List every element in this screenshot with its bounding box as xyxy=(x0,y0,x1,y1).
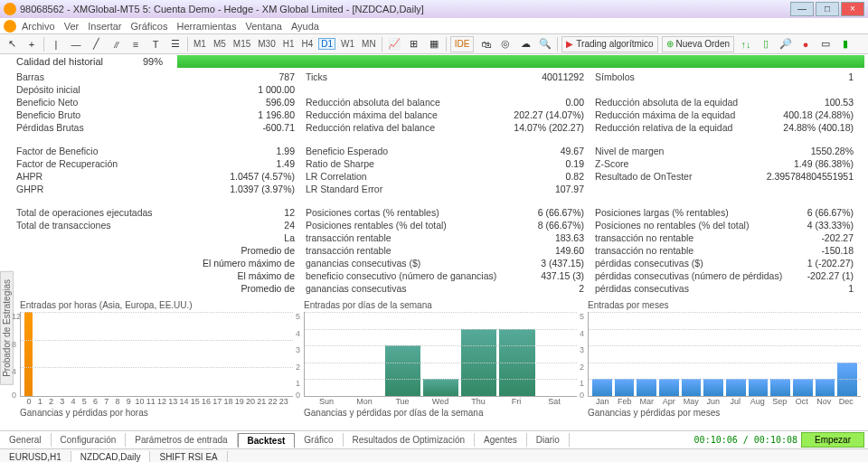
tester-icon[interactable]: ▮ xyxy=(837,36,854,52)
fib-icon[interactable]: ≡ xyxy=(127,36,144,52)
vline-icon[interactable]: | xyxy=(48,36,64,52)
tab-optimizacion[interactable]: Resultados de Optimización xyxy=(344,433,476,447)
stat-label: LR Correlation xyxy=(306,170,566,183)
stat-label: Reducción relativa de la equidad xyxy=(595,121,783,134)
stat-label: Factor de Recuperación xyxy=(16,157,277,170)
chart1-title: Entradas por horas (Asia, Europa, EE.UU.… xyxy=(20,300,293,310)
tf-d1[interactable]: D1 xyxy=(318,38,335,50)
app-menu-icon[interactable] xyxy=(4,20,16,33)
chart3-area: 5 4 3 2 1 0 xyxy=(588,312,861,397)
tf-m15[interactable]: M15 xyxy=(231,39,252,49)
stat-label: Beneficio Esperado xyxy=(306,145,561,157)
doc-tab-ea[interactable]: SHIFT RSI EA xyxy=(150,451,227,462)
stat-label: Posiciones cortas (% rentables) xyxy=(306,206,538,219)
doc-tab-eurusd[interactable]: EURUSD,H1 xyxy=(0,451,71,462)
market-icon[interactable]: 🛍 xyxy=(477,36,494,52)
trend-icon[interactable]: ╱ xyxy=(88,36,104,52)
stat-label: Total de operaciones ejecutadas xyxy=(16,206,284,219)
tab-agentes[interactable]: Agentes xyxy=(475,433,527,447)
indicators-icon[interactable]: ⊞ xyxy=(406,36,422,52)
chart3-sub: Ganancias y pérdidas por meses xyxy=(588,408,861,418)
tf-m5[interactable]: M5 xyxy=(212,39,228,49)
stat-value: 3 (437.15) xyxy=(541,257,595,269)
tab-backtest[interactable]: Backtest xyxy=(238,433,296,448)
stat-label: GHPR xyxy=(16,183,230,195)
start-button[interactable]: Empezar xyxy=(801,432,864,448)
signals-icon[interactable]: ◎ xyxy=(497,36,514,52)
stat-label: beneficio consecutivo (número de gananci… xyxy=(306,269,541,282)
menu-ventana[interactable]: Ventana xyxy=(246,21,282,32)
stat-value: -202.27 (1) xyxy=(807,269,864,282)
stat-label: Símbolos xyxy=(595,71,848,83)
bar xyxy=(592,379,612,396)
tab-parametros[interactable]: Parámetros de entrada xyxy=(126,433,237,447)
document-tabs: EURUSD,H1 NZDCAD,Daily SHIFT RSI EA xyxy=(0,448,868,462)
stat-label: Posiciones largas (% rentables) xyxy=(595,206,807,219)
objects-icon[interactable]: ☰ xyxy=(167,36,184,52)
tester-tabs: General Configuración Parámetros de entr… xyxy=(0,430,868,448)
bar xyxy=(749,379,769,396)
doc-tab-nzdcad[interactable]: NZDCAD,Daily xyxy=(71,451,151,462)
market-watch-icon[interactable]: ▯ xyxy=(758,36,774,52)
channel-icon[interactable]: ⫽ xyxy=(108,36,124,52)
stat-value: 24 xyxy=(284,219,306,231)
bar xyxy=(637,379,656,396)
stat-value: 1.0397 (3.97%) xyxy=(230,183,306,195)
stat-value: El máximo de xyxy=(237,269,306,282)
chart-type-icon[interactable]: 📈 xyxy=(386,36,402,52)
stat-value: 1.49 (86.38%) xyxy=(794,157,864,170)
tf-h4[interactable]: H4 xyxy=(300,39,316,49)
menu-ayuda[interactable]: Ayuda xyxy=(291,21,319,32)
stat-value: 1 196.80 xyxy=(258,108,306,121)
menu-insertar[interactable]: Insertar xyxy=(88,21,121,32)
tab-configuracion[interactable]: Configuración xyxy=(52,433,127,447)
stat-value xyxy=(584,83,595,96)
new-order-button[interactable]: ⊕Nueva Orden xyxy=(662,36,734,52)
alert-icon[interactable]: ● xyxy=(797,36,814,52)
tf-w1[interactable]: W1 xyxy=(339,39,356,49)
menu-ver[interactable]: Ver xyxy=(64,21,80,32)
tf-m30[interactable]: M30 xyxy=(256,39,277,49)
close-button[interactable]: × xyxy=(841,2,864,16)
tf-mn[interactable]: MN xyxy=(360,39,378,49)
hline-icon[interactable]: — xyxy=(68,36,84,52)
stat-value: 1 xyxy=(848,71,864,83)
algo-trading-button[interactable]: ▶Trading algorítmico xyxy=(561,36,657,52)
stat-label: Reducción absoluta de la equidad xyxy=(595,96,825,108)
stat-value: 107.97 xyxy=(555,183,595,195)
menu-herramientas[interactable]: Herramientas xyxy=(176,21,236,32)
maximize-button[interactable]: □ xyxy=(816,2,839,16)
tab-diario[interactable]: Diario xyxy=(527,433,570,447)
menu-graficos[interactable]: Gráficos xyxy=(131,21,168,32)
cursor-icon[interactable]: ↖ xyxy=(4,36,20,52)
grid-up-icon[interactable]: ↑↓ xyxy=(738,36,754,52)
tab-general[interactable]: General xyxy=(0,433,52,447)
bar xyxy=(659,379,679,396)
search-icon[interactable]: 🔍 xyxy=(537,36,553,52)
toolbar: ↖ + | — ╱ ⫽ ≡ T ☰ M1 M5 M15 M30 H1 H4 D1… xyxy=(0,34,868,54)
chart1-sub: Ganancias y pérdidas por horas xyxy=(20,408,293,418)
bar xyxy=(816,379,835,396)
stat-value: 0.19 xyxy=(566,157,595,170)
menu-archivo[interactable]: Archivo xyxy=(22,21,55,32)
chart2-area: 5 4 3 2 1 0 xyxy=(304,312,577,397)
crosshair-icon[interactable]: + xyxy=(24,36,40,52)
ide-button[interactable]: IDE xyxy=(450,36,475,52)
stat-value: 12 xyxy=(284,206,306,219)
minimize-button[interactable]: — xyxy=(790,2,814,16)
balance-icon[interactable]: ▭ xyxy=(817,36,834,52)
text-icon[interactable]: T xyxy=(147,36,164,52)
stat-label: Total de transacciones xyxy=(16,219,284,231)
search2-icon[interactable]: 🔎 xyxy=(778,36,794,52)
tf-h1[interactable]: H1 xyxy=(281,39,297,49)
history-quality-value: 99% xyxy=(134,56,170,67)
stat-label: Beneficio Neto xyxy=(16,96,266,108)
chart2-title: Entradas por días de la semana xyxy=(304,300,577,310)
templates-icon[interactable]: ▦ xyxy=(426,36,442,52)
tab-grafico[interactable]: Gráfico xyxy=(295,433,343,447)
tf-m1[interactable]: M1 xyxy=(192,39,208,49)
stat-label: Reducción relativa del balance xyxy=(306,121,514,134)
vps-icon[interactable]: ☁ xyxy=(517,36,533,52)
stat-label: Barras xyxy=(16,71,278,83)
bar xyxy=(423,379,458,396)
